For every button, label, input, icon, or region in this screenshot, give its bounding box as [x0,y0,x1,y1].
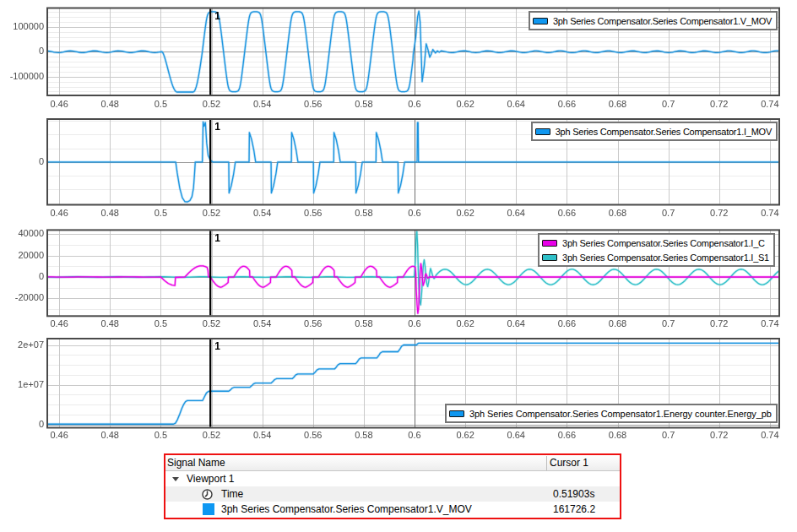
legend-vmov[interactable]: 3ph Series Compensator.Series Compensato… [529,11,778,30]
legend-label: 3ph Series Compensator.Series Compensato… [562,252,769,263]
legend-item: 3ph Series Compensator.Series Compensato… [542,250,769,264]
signal-color-swatch [203,503,214,515]
legend-label: 3ph Series Compensator.Series Compensato… [562,238,765,248]
time-label: Time [221,488,243,500]
cursor-measurement-table: Signal Name Cursor 1 Viewport 1 Time 0.5… [164,453,621,519]
legend-label: 3ph Series Compensator.Series Compensato… [553,16,772,26]
legend-energy[interactable]: 3ph Series Compensator.Series Compensato… [445,404,778,423]
series-color-swatch [449,410,464,417]
column-header-signal-name[interactable]: Signal Name [165,457,546,469]
legend-item: 3ph Series Compensator.Series Compensato… [449,406,772,421]
legend-item: 3ph Series Compensator.Series Compensato… [542,236,769,250]
legend-item: 3ph Series Compensator.Series Compensato… [533,14,772,28]
scope-window: 3ph Series Compensator.Series Compensato… [0,0,797,532]
column-separator[interactable] [546,456,547,470]
time-cursor-value: 0.51903s [553,488,594,500]
signal-cursor-value: 161726.2 [553,503,595,515]
legend-label: 3ph Series Compensator.Series Compensato… [556,127,772,137]
legend-item: 3ph Series Compensator.Series Compensato… [535,124,772,138]
legend-ic-is1[interactable]: 3ph Series Compensator.Series Compensato… [538,233,775,267]
table-row-time[interactable]: Time 0.51903s [165,486,620,502]
table-row-vmov[interactable]: 3ph Series Compensator.Series Compensato… [165,502,620,517]
series-color-swatch [542,254,557,261]
table-row-viewport[interactable]: Viewport 1 [165,471,620,486]
collapse-triangle-icon[interactable] [172,477,179,481]
series-color-swatch [542,240,557,247]
legend-imov[interactable]: 3ph Series Compensator.Series Compensato… [531,122,778,141]
signal-name-label: 3ph Series Compensator.Series Compensato… [221,503,472,515]
clock-icon [202,489,213,500]
viewport-label: Viewport 1 [187,473,234,485]
series-color-swatch [535,128,550,135]
column-header-cursor-1[interactable]: Cursor 1 [546,457,588,469]
series-color-swatch [533,18,548,24]
cursor-table-header[interactable]: Signal Name Cursor 1 [165,455,620,471]
legend-label: 3ph Series Compensator.Series Compensato… [469,409,772,419]
